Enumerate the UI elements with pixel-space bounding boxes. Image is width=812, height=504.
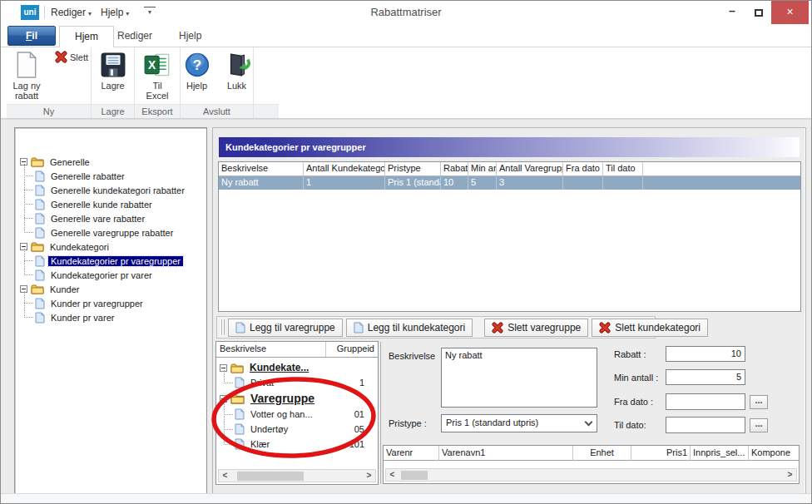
minimize-button[interactable]: – bbox=[718, 1, 746, 24]
page-icon bbox=[35, 199, 45, 210]
page-icon bbox=[35, 170, 45, 182]
tree-item-votter[interactable]: Votter og han... 01 bbox=[216, 407, 378, 422]
column-header[interactable]: Beskrivelse bbox=[216, 342, 326, 357]
lag-ny-rabatt-button[interactable]: Lag nyrabatt bbox=[8, 49, 45, 101]
tree-item-kundekategori-group[interactable]: Kundekate... bbox=[216, 360, 378, 375]
delete-x-icon bbox=[492, 322, 503, 334]
folder-icon bbox=[230, 393, 245, 404]
til-dato-label: Til dato: bbox=[614, 420, 646, 430]
lagre-button[interactable]: Lagre bbox=[95, 49, 131, 91]
column-header[interactable]: Min an... bbox=[468, 162, 497, 176]
fra-dato-browse-button[interactable]: ... bbox=[750, 395, 768, 409]
tree-item-generelle[interactable]: Generelle bbox=[15, 155, 206, 169]
page-icon bbox=[35, 298, 45, 309]
tab-hjelp[interactable]: Hjelp bbox=[164, 26, 216, 48]
folder-icon bbox=[31, 156, 44, 167]
column-header[interactable]: Pris1 bbox=[631, 446, 691, 461]
window-title: Rabattmatriser bbox=[1, 1, 811, 24]
tree-item[interactable]: Generelle kundekategori rabatter bbox=[15, 183, 206, 197]
legg-til-varegruppe-button[interactable]: Legg til varegruppe bbox=[228, 319, 343, 337]
column-header[interactable]: Pristype bbox=[385, 162, 441, 176]
tree-item[interactable]: Kunder pr varegrupper bbox=[15, 296, 206, 310]
til-dato-input[interactable] bbox=[666, 417, 745, 433]
tree-item[interactable]: Kundekategorier pr varer bbox=[15, 268, 206, 282]
page-icon bbox=[235, 438, 245, 450]
page-icon bbox=[354, 322, 364, 334]
scroll-right-icon[interactable]: > bbox=[784, 469, 796, 481]
tree-item-klaer[interactable]: Klær 101 bbox=[216, 437, 378, 452]
horizontal-scrollbar[interactable]: < > bbox=[218, 469, 376, 482]
column-header[interactable]: Varenr bbox=[384, 446, 439, 461]
til-excel-button[interactable]: TilExcel bbox=[139, 49, 176, 101]
legg-til-kundekategori-button[interactable]: Legg til kundekategori bbox=[346, 319, 473, 337]
tree-item[interactable]: Generelle vare rabatter bbox=[15, 211, 206, 225]
tree-item[interactable]: Kunder pr varer bbox=[15, 310, 206, 324]
tree-item-selected[interactable]: Kundekategorier pr varegrupper bbox=[15, 254, 206, 268]
tab-rediger[interactable]: Rediger bbox=[102, 26, 167, 48]
folder-icon bbox=[230, 363, 244, 373]
close-button[interactable]: × bbox=[771, 1, 809, 24]
tab-fil[interactable]: FFilil bbox=[7, 26, 56, 46]
page-icon bbox=[35, 255, 45, 267]
scroll-left-icon[interactable]: < bbox=[386, 469, 399, 481]
slett-button[interactable]: Slett bbox=[55, 51, 88, 63]
toolbar-grip[interactable] bbox=[220, 319, 222, 335]
delete-x-icon bbox=[599, 322, 611, 334]
hjelp-button[interactable]: Hjelp bbox=[179, 49, 215, 91]
column-header[interactable]: Rabatt bbox=[441, 162, 468, 176]
scroll-right-icon[interactable]: > bbox=[363, 470, 375, 482]
maximize-button[interactable] bbox=[746, 1, 771, 24]
rabatt-label: Rabatt : bbox=[614, 349, 646, 359]
slett-kundekategori-button[interactable]: Slett kundekategori bbox=[592, 319, 708, 337]
page-icon bbox=[235, 423, 245, 435]
column-header[interactable]: Beskrivelse bbox=[219, 162, 304, 176]
scroll-left-icon[interactable]: < bbox=[219, 470, 231, 482]
tree-item[interactable]: Generelle kunde rabatter bbox=[15, 197, 206, 211]
column-header[interactable]: Enhet bbox=[573, 446, 631, 461]
ribbon-group-label-eksport: Eksport bbox=[135, 104, 180, 118]
til-dato-browse-button[interactable]: ... bbox=[750, 418, 768, 432]
pristype-select[interactable]: Pris 1 (standard utpris) bbox=[441, 414, 597, 432]
slett-varegruppe-button[interactable]: Slett varegruppe bbox=[484, 319, 588, 337]
tree-item-kundekategori[interactable]: Kundekategori bbox=[15, 240, 206, 254]
min-antall-input[interactable]: 5 bbox=[666, 369, 745, 385]
tree-item-undertoy[interactable]: Undertøy 05 bbox=[216, 422, 378, 437]
table-row-selected[interactable]: Ny rabatt 1 Pris 1 (standard... 10 5 3 bbox=[219, 176, 800, 190]
tree-item-kunder[interactable]: Kunder bbox=[15, 282, 206, 296]
detail-tree-panel: Beskrivelse Gruppeid Kundekate... Privat… bbox=[215, 341, 379, 485]
ribbon: Lag nyrabatt Slett Ny Lagre Lagre bbox=[1, 47, 811, 119]
navigation-tree-panel: Generelle Generelle rabatter Generelle k… bbox=[14, 127, 207, 496]
column-header[interactable]: Innpris_sel... bbox=[691, 446, 749, 461]
horizontal-scrollbar[interactable]: < > bbox=[385, 468, 797, 482]
matrix-table: Beskrivelse Antall Kundekategorier Prist… bbox=[218, 161, 801, 312]
page-icon bbox=[235, 377, 245, 388]
folder-icon bbox=[31, 284, 44, 294]
column-header[interactable]: Til dato bbox=[603, 162, 643, 176]
tree-item[interactable]: Generelle varegruppe rabatter bbox=[15, 225, 206, 240]
save-floppy-icon bbox=[100, 52, 126, 78]
column-header[interactable]: Gruppeid bbox=[326, 342, 378, 357]
scrollbar-thumb[interactable] bbox=[237, 472, 304, 481]
panel-splitter[interactable] bbox=[380, 342, 382, 484]
exit-door-icon bbox=[224, 52, 250, 78]
rabatt-input[interactable]: 10 bbox=[666, 346, 745, 362]
fra-dato-input[interactable] bbox=[666, 393, 745, 410]
tree-item-varegruppe-group[interactable]: Varegruppe bbox=[216, 390, 378, 407]
page-icon bbox=[35, 312, 45, 324]
tree-item[interactable]: Generelle rabatter bbox=[15, 169, 206, 183]
tree-item-privat[interactable]: Privat 1 bbox=[216, 375, 378, 390]
title-bar: uni Rediger▾ Hjelp▾ ▾ Rabattmatriser – × bbox=[1, 1, 811, 24]
beskrivelse-input[interactable]: Ny rabatt bbox=[441, 348, 597, 408]
chevron-down-icon bbox=[585, 418, 593, 427]
window-bottom-strip bbox=[1, 493, 811, 503]
lukk-button[interactable]: Lukk bbox=[219, 49, 255, 91]
page-icon bbox=[235, 408, 245, 420]
ribbon-group-label-ny: Ny bbox=[7, 104, 91, 118]
column-header[interactable]: Varenavn1 bbox=[439, 446, 573, 461]
column-header[interactable]: Antall Kundekategorier bbox=[304, 162, 385, 176]
column-header[interactable]: Antall Varegruppe bbox=[497, 162, 563, 176]
column-header[interactable]: Kompone bbox=[749, 446, 799, 461]
scrollbar-thumb[interactable] bbox=[401, 471, 428, 480]
column-header[interactable]: Fra dato bbox=[563, 162, 603, 176]
help-icon bbox=[184, 52, 210, 78]
